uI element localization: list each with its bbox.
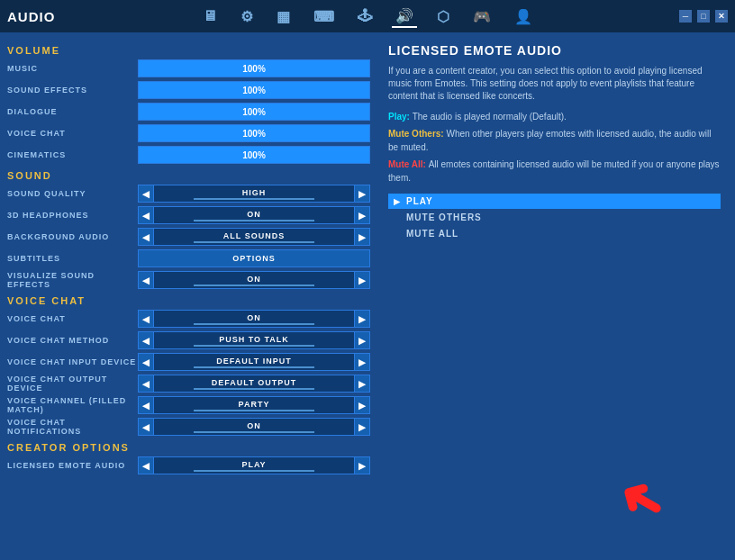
minimize-button[interactable]: ─	[679, 10, 692, 23]
voice-chat-volume-row: VOICE CHAT 100%	[7, 123, 370, 143]
voice-output-device-prev[interactable]: ◀	[138, 375, 154, 393]
headphones-next[interactable]: ▶	[354, 206, 370, 224]
maximize-button[interactable]: □	[697, 10, 710, 23]
voice-chat-toggle-row: VOICE CHAT ◀ ON ▶	[7, 309, 370, 329]
music-value: 100%	[242, 64, 266, 74]
cinematics-slider[interactable]: 100%	[138, 146, 370, 164]
voice-channel-prev[interactable]: ◀	[138, 396, 154, 414]
creator-options-section-header: CREATOR OPTIONS	[7, 442, 370, 453]
voice-chat-method-label: VOICE CHAT METHOD	[7, 336, 138, 345]
visualize-sound-value-box: ON	[154, 271, 354, 289]
voice-channel-value: PARTY	[239, 400, 270, 409]
voice-notifications-row: VOICE CHAT NOTIFICATIONS ◀ ON ▶	[7, 417, 370, 437]
voice-chat-toggle-value-box: ON	[154, 310, 354, 328]
choice-mute-others[interactable]: ▶ MUTE OTHERS	[388, 210, 721, 225]
choice-play-label: PLAY	[406, 196, 433, 206]
music-row: MUSIC 100%	[7, 59, 370, 78]
voice-chat-method-prev[interactable]: ◀	[138, 331, 154, 349]
subtitles-options-text: OPTIONS	[232, 254, 276, 263]
mute-all-label: Mute All:	[388, 159, 429, 169]
visualize-sound-prev[interactable]: ◀	[138, 271, 154, 289]
voice-chat-method-row: VOICE CHAT METHOD ◀ PUSH TO TALK ▶	[7, 330, 370, 350]
background-audio-next[interactable]: ▶	[354, 228, 370, 246]
licensed-emote-audio-label: LICENSED EMOTE AUDIO	[7, 461, 138, 470]
voice-chat-volume-value: 100%	[242, 129, 266, 139]
voice-chat-toggle-next[interactable]: ▶	[354, 310, 370, 328]
voice-chat-method-next[interactable]: ▶	[354, 331, 370, 349]
voice-channel-selector: ◀ PARTY ▶	[138, 396, 370, 414]
user-icon[interactable]: 👤	[511, 6, 536, 27]
gamepad-icon[interactable]: 🎮	[469, 6, 495, 27]
voice-notifications-selector: ◀ ON ▶	[138, 418, 370, 436]
sound-effects-row: SOUND EFFECTS 100%	[7, 80, 370, 100]
monitor-icon[interactable]: 🖥	[199, 6, 221, 26]
voice-notifications-next[interactable]: ▶	[354, 418, 370, 436]
cinematics-row: CINEMATICS 100%	[7, 145, 370, 165]
subtitles-options-button[interactable]: OPTIONS	[138, 249, 370, 267]
voice-channel-value-box: PARTY	[154, 396, 354, 414]
choice-mute-all[interactable]: ▶ MUTE ALL	[388, 226, 721, 241]
sound-effects-value: 100%	[242, 86, 266, 95]
close-button[interactable]: ✕	[715, 10, 728, 23]
headphones-value: ON	[247, 210, 261, 219]
voice-input-device-row: VOICE CHAT INPUT DEVICE ◀ DEFAULT INPUT …	[7, 352, 370, 372]
play-label: Play:	[388, 112, 413, 122]
play-description: Play: The audio is played normally (Defa…	[388, 110, 721, 123]
background-audio-prev[interactable]: ◀	[138, 228, 154, 246]
voice-chat-method-value-box: PUSH TO TALK	[154, 331, 354, 349]
voice-channel-next[interactable]: ▶	[354, 396, 370, 414]
sound-effects-slider[interactable]: 100%	[138, 81, 370, 99]
choice-mute-others-label: MUTE OTHERS	[406, 212, 482, 222]
audio-icon[interactable]: 🔊	[392, 5, 417, 28]
voice-output-device-row: VOICE CHAT OUTPUT DEVICE ◀ DEFAULT OUTPU…	[7, 374, 370, 393]
licensed-emote-audio-value: PLAY	[241, 460, 266, 469]
voice-input-device-selector: ◀ DEFAULT INPUT ▶	[138, 353, 370, 371]
dialogue-value: 100%	[242, 107, 266, 117]
background-audio-value-box: ALL SOUNDS	[154, 228, 354, 246]
voice-chat-method-value: PUSH TO TALK	[219, 335, 289, 344]
voice-chat-volume-slider[interactable]: 100%	[138, 124, 370, 142]
licensed-emote-audio-desc: If you are a content creator, you can se…	[388, 65, 721, 103]
voice-notifications-prev[interactable]: ◀	[138, 418, 154, 436]
choice-mute-all-label: MUTE ALL	[406, 229, 458, 239]
headphones-row: 3D HEADPHONES ◀ ON ▶	[7, 205, 370, 225]
choice-play[interactable]: ▶ PLAY	[388, 194, 721, 209]
music-slider[interactable]: 100%	[138, 59, 370, 77]
voice-input-device-prev[interactable]: ◀	[138, 353, 154, 371]
voice-notifications-value-box: ON	[154, 418, 354, 436]
play-text: The audio is played normally (Default).	[413, 112, 567, 122]
left-panel: VOLUME MUSIC 100% SOUND EFFECTS 100% DIA…	[0, 32, 374, 560]
network-icon[interactable]: ⬡	[433, 6, 453, 27]
dialogue-slider[interactable]: 100%	[138, 103, 370, 121]
keyboard-icon[interactable]: ⌨	[310, 6, 338, 27]
licensed-emote-audio-next[interactable]: ▶	[354, 456, 370, 474]
headphones-selector: ◀ ON ▶	[138, 206, 370, 224]
subtitles-row: SUBTITLES OPTIONS	[7, 248, 370, 268]
headphones-prev[interactable]: ◀	[138, 206, 154, 224]
sound-quality-prev[interactable]: ◀	[138, 185, 154, 203]
mute-all-description: Mute All: All emotes containing licensed…	[388, 158, 721, 185]
controller-alt-icon[interactable]: 🕹	[354, 6, 376, 26]
visualize-sound-row: VISUALIZE SOUND EFFECTS ◀ ON ▶	[7, 270, 370, 290]
choice-play-arrow: ▶	[394, 197, 401, 206]
voice-input-device-label: VOICE CHAT INPUT DEVICE	[7, 357, 138, 366]
voice-input-device-next[interactable]: ▶	[354, 353, 370, 371]
sound-quality-row: SOUND QUALITY ◀ HIGH ▶	[7, 184, 370, 203]
voice-notifications-label: VOICE CHAT NOTIFICATIONS	[7, 418, 138, 436]
headphones-label: 3D HEADPHONES	[7, 211, 138, 220]
window-controls: ─ □ ✕	[679, 10, 728, 23]
licensed-choices-list: ▶ PLAY ▶ MUTE OTHERS ▶ MUTE ALL	[388, 194, 721, 241]
licensed-emote-audio-prev[interactable]: ◀	[138, 456, 154, 474]
sound-quality-next[interactable]: ▶	[354, 185, 370, 203]
voice-chat-toggle-prev[interactable]: ◀	[138, 310, 154, 328]
music-label: MUSIC	[7, 64, 138, 73]
voice-output-device-label: VOICE CHAT OUTPUT DEVICE	[7, 375, 138, 393]
visualize-sound-next[interactable]: ▶	[354, 271, 370, 289]
gear-icon[interactable]: ⚙	[237, 6, 257, 27]
display-icon[interactable]: ▦	[273, 6, 294, 27]
nav-icons-bar: 🖥 ⚙ ▦ ⌨ 🕹 🔊 ⬡ 🎮 👤	[55, 5, 679, 28]
dialogue-label: DIALOGUE	[7, 107, 138, 116]
voice-output-device-next[interactable]: ▶	[354, 375, 370, 393]
red-arrow-indicator: ➜	[605, 465, 676, 542]
voice-channel-label: VOICE CHANNEL (FILLED MATCH)	[7, 396, 138, 414]
